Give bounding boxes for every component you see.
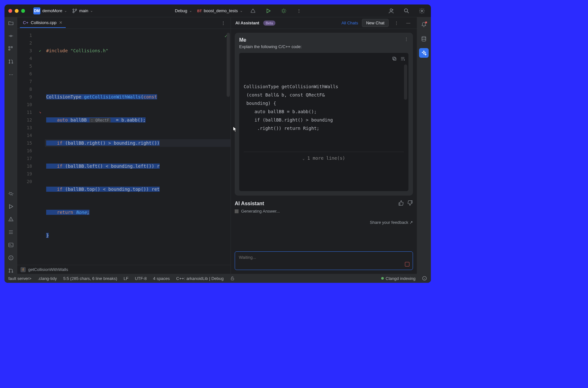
tab-filename: Collisions.cpp xyxy=(31,20,56,25)
status-context[interactable]: C++: arkanoidLib | Debug xyxy=(176,276,224,281)
svg-point-23 xyxy=(9,272,10,273)
problems-tool-icon[interactable] xyxy=(8,255,14,261)
status-server[interactable]: fault server> xyxy=(8,276,31,281)
notifications-button[interactable] xyxy=(419,20,429,30)
assistant-message-header: AI Assistant xyxy=(235,200,413,207)
run-gutter-icon[interactable]: ↙ xyxy=(37,47,44,55)
terminal-tool-icon[interactable] xyxy=(8,242,14,248)
ai-minimize-button[interactable]: — xyxy=(404,21,412,25)
pull-requests-tool-icon[interactable] xyxy=(8,58,14,65)
todo-tool-icon[interactable] xyxy=(8,229,14,235)
project-selector[interactable]: DM demoMore ⌄ xyxy=(33,7,67,14)
status-clangtidy[interactable]: .clang-tidy xyxy=(38,276,57,281)
status-caret[interactable]: 5:5 (285 chars, 6 line breaks) xyxy=(63,276,117,281)
status-eol[interactable]: LF xyxy=(124,276,129,281)
breadcrumb[interactable]: f getCollisionWithWalls xyxy=(17,265,231,274)
search-everywhere-button[interactable] xyxy=(401,6,412,16)
close-tab-button[interactable]: ✕ xyxy=(59,20,63,25)
status-dot-icon xyxy=(381,277,384,280)
svg-point-12 xyxy=(9,60,10,61)
ai-more-button[interactable]: ⋮ xyxy=(392,21,400,25)
new-chat-button[interactable]: New Chat xyxy=(362,19,389,27)
svg-rect-10 xyxy=(9,49,10,50)
chat-input[interactable]: Waiting... xyxy=(235,251,413,270)
message-text: Explain the following C/C++ code: xyxy=(239,44,408,49)
more-tools-icon[interactable]: ⋯ xyxy=(8,71,14,78)
branch-selector[interactable]: main ⌄ xyxy=(72,8,93,13)
insert-code-icon[interactable] xyxy=(400,55,405,64)
minimize-window-button[interactable] xyxy=(15,9,19,13)
more-actions-button[interactable]: ⋮ xyxy=(294,6,304,16)
database-tool-icon[interactable] xyxy=(419,34,429,44)
svg-point-4 xyxy=(282,10,285,12)
svg-marker-3 xyxy=(267,9,270,13)
svg-rect-27 xyxy=(231,278,233,280)
editor-scrollbar[interactable] xyxy=(227,33,230,97)
code-with-me-button[interactable] xyxy=(386,6,396,16)
run-button[interactable] xyxy=(263,6,273,16)
cmake-tool-icon[interactable] xyxy=(8,216,14,223)
left-tool-strip: ⋯ xyxy=(4,17,17,274)
svg-rect-9 xyxy=(9,46,10,48)
code-area[interactable]: #include "Collisions.h" CollisionType ge… xyxy=(44,29,231,265)
message-menu-button[interactable]: ⋮ xyxy=(404,37,408,41)
chevron-down-icon: ⌄ xyxy=(240,9,243,13)
commit-tool-icon[interactable] xyxy=(8,33,14,39)
debug-tool-icon[interactable] xyxy=(8,190,14,197)
vcs-tool-icon[interactable] xyxy=(8,267,14,274)
code-editor[interactable]: 1 2 3 4 5 6 7 8 9 10 11 12 13 14 15 16 1 xyxy=(17,29,231,265)
svg-point-5 xyxy=(390,9,392,11)
ai-body: ⋮ Me Explain the following C/C++ code: C… xyxy=(231,29,417,249)
user-message: ⋮ Me Explain the following C/C++ code: C… xyxy=(235,33,413,196)
svg-point-7 xyxy=(421,10,423,12)
generating-indicator: Generating Answer... xyxy=(235,209,413,214)
status-bar: fault server> .clang-tidy 5:5 (285 chars… xyxy=(4,274,431,283)
chevron-down-icon: ⌄ xyxy=(90,9,93,13)
stop-generation-button[interactable] xyxy=(405,262,409,266)
status-lock-icon[interactable] xyxy=(230,276,235,281)
assistant-label: AI Assistant xyxy=(235,201,264,207)
build-button[interactable] xyxy=(248,6,258,16)
copy-code-icon[interactable] xyxy=(392,55,397,64)
svg-point-0 xyxy=(73,9,74,10)
svg-rect-25 xyxy=(393,57,395,60)
status-encoding[interactable]: UTF-8 xyxy=(135,276,147,281)
chevron-down-icon: ⌄ xyxy=(302,156,305,161)
debug-button[interactable] xyxy=(279,6,289,16)
fullscreen-window-button[interactable] xyxy=(21,9,25,13)
ai-assistant-tool-icon[interactable] xyxy=(419,48,429,58)
thumbs-down-button[interactable] xyxy=(407,200,413,207)
tab-collisions-cpp[interactable]: C+ Collisions.cpp ✕ xyxy=(20,18,66,28)
svg-point-17 xyxy=(11,220,11,221)
code-snippet-text: CollisionType getCollisionWithWalls (con… xyxy=(244,82,404,132)
thumbs-up-button[interactable] xyxy=(398,200,404,207)
run-tool-icon[interactable] xyxy=(8,203,14,210)
expand-code-button[interactable]: ⌄ 1 more line(s) xyxy=(244,152,404,165)
all-chats-link[interactable]: All Chats xyxy=(341,21,358,25)
structure-tool-icon[interactable] xyxy=(8,46,14,52)
status-indent[interactable]: 4 spaces xyxy=(153,276,170,281)
svg-point-2 xyxy=(75,9,77,10)
svg-point-22 xyxy=(12,272,13,273)
status-info-icon[interactable] xyxy=(422,276,427,281)
run-config-selector[interactable]: Debug ⌄ xyxy=(175,8,192,13)
generating-text: Generating Answer... xyxy=(241,209,280,214)
tab-actions-button[interactable]: ⋮ xyxy=(221,21,228,25)
svg-rect-24 xyxy=(393,58,396,60)
codebox-scrollbar[interactable] xyxy=(404,64,407,100)
svg-point-8 xyxy=(10,35,12,37)
svg-point-15 xyxy=(10,192,12,195)
close-window-button[interactable] xyxy=(8,9,12,13)
main-area: ⋯ C+ Collisions.cpp ✕ ⋮ 1 xyxy=(4,17,431,274)
run-gutter-icon[interactable]: ↘ xyxy=(37,108,44,116)
breadcrumb-symbol: getCollisionWithWalls xyxy=(28,267,68,272)
share-feedback-link[interactable]: Share your feedback ↗ xyxy=(235,218,413,227)
svg-point-26 xyxy=(422,37,426,38)
run-config-label: Debug xyxy=(175,8,187,13)
project-tool-icon[interactable] xyxy=(8,20,14,26)
chevron-down-icon: ⌄ xyxy=(64,9,67,13)
settings-button[interactable] xyxy=(417,6,427,16)
status-indexer[interactable]: Clangd indexing xyxy=(381,276,416,281)
code-snippet-box: CollisionType getCollisionWithWalls (con… xyxy=(239,53,408,191)
target-selector[interactable]: BT boost_demo_tests ⌄ xyxy=(197,8,243,13)
